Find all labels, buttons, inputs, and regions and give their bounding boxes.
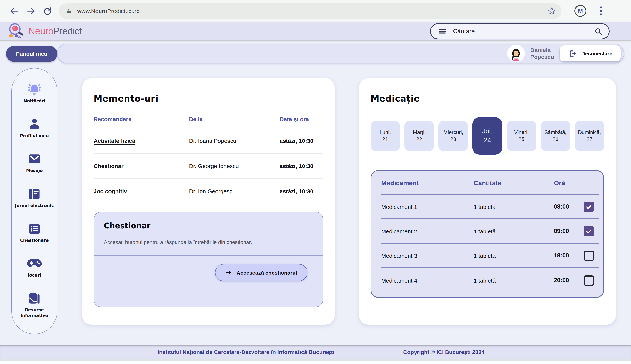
medication-quantity: 1 tabletă (474, 252, 554, 259)
medication-time: 20:00 (554, 277, 584, 284)
medication-name: Medicament 4 (381, 277, 474, 284)
screenshot-stage: www.NeuroPredict.ici.ro M NeuroPredict C… (0, 0, 631, 364)
user-avatar[interactable] (508, 45, 525, 62)
url-bar[interactable]: www.NeuroPredict.ici.ro (59, 3, 562, 18)
logout-button[interactable]: Deconectare (560, 46, 621, 62)
sidebar-item-journal[interactable]: Jurnal electronic (14, 186, 54, 208)
sidebar-item-notifications[interactable]: Notificări (14, 82, 54, 104)
resources-icon (27, 291, 42, 306)
medication-time: 19:00 (554, 252, 584, 259)
day-pill-wednesday[interactable]: Miercuri,23 (439, 121, 468, 151)
hamburger-menu-icon[interactable] (438, 27, 447, 36)
page-footer: Institutul Național de Cercetare-Dezvolt… (0, 345, 631, 359)
search-icon[interactable] (594, 27, 603, 36)
sidebar-label: Profilul meu (20, 133, 49, 139)
sidebar-nav: Notificări Profilul meu Mesaje Jurnal el… (12, 68, 57, 334)
user-name: Daniela Popescu (530, 46, 554, 60)
reminder-from: Dr. George Ionescu (189, 163, 280, 169)
back-icon[interactable] (9, 6, 19, 16)
medication-time: 08:00 (554, 203, 584, 210)
sidebar-item-messages[interactable]: Mesaje (14, 152, 54, 174)
questionnaire-description: Accesați butonul pentru a răspunde la în… (104, 240, 313, 245)
access-questionnaire-button[interactable]: Accesează chestionarul (215, 264, 308, 281)
reminder-from: Dr. Ioana Popescu (189, 138, 280, 144)
search-input[interactable]: Căutare (453, 28, 588, 35)
day-pill-sunday[interactable]: Duminică,27 (575, 121, 604, 151)
app-header: NeuroPredict Căutare (0, 22, 631, 41)
column-quantity: Cantitate (474, 180, 554, 187)
forward-icon[interactable] (26, 6, 36, 16)
table-row: Activitate fizică Dr. Ioana Popescu astă… (94, 128, 323, 154)
day-pill-friday[interactable]: Vineri,25 (507, 121, 536, 151)
reminder-from: Dr. Ion Georgescu (189, 188, 280, 194)
brand-name: NeuroPredict (28, 26, 82, 36)
table-row: Medicament 3 1 tabletă 19:00 (381, 244, 599, 268)
sidebar-item-questionnaires[interactable]: Chestionare (14, 222, 54, 244)
search-bar[interactable]: Căutare (430, 23, 610, 39)
neuropredict-app: www.NeuroPredict.ici.ro M NeuroPredict C… (0, 0, 631, 364)
column-medicament: Medicament (381, 180, 474, 187)
reload-icon[interactable] (43, 6, 52, 16)
access-questionnaire-label: Accesează chestionarul (236, 270, 297, 276)
medication-table: Medicament Cantitate Oră Medicament 1 1 … (370, 170, 604, 298)
brand-logo: NeuroPredict (7, 22, 82, 40)
questionnaire-card: Chestionar Accesați butonul pentru a răs… (94, 212, 323, 307)
lock-icon (66, 8, 72, 14)
reminders-table-header: Recomandare De la Data și ora (94, 116, 323, 122)
medication-name: Medicament 2 (381, 228, 474, 234)
reminder-link[interactable]: Activitate fizică (94, 138, 135, 144)
day-pill-thursday[interactable]: Joi,24 (473, 117, 502, 155)
medication-taken-checkbox[interactable] (584, 226, 594, 236)
envelope-icon (27, 152, 42, 166)
sidebar-label: Chestionare (20, 238, 48, 244)
medication-taken-checkbox[interactable] (584, 250, 594, 261)
day-pill-saturday[interactable]: Sâmbătă,26 (541, 121, 570, 151)
logout-icon (568, 49, 577, 58)
bookmark-star-icon[interactable] (547, 6, 556, 15)
column-datetime: Data și ora (280, 116, 323, 122)
medication-quantity: 1 tabletă (474, 277, 554, 284)
sidebar-item-resources[interactable]: Resurse informative (14, 291, 54, 318)
user-topbar: Daniela Popescu Deconectare (57, 44, 624, 64)
medication-card: Medicație Luni,21 Marți,22 Miercuri,23 J… (359, 78, 616, 325)
medication-name: Medicament 3 (381, 252, 474, 259)
url-text: www.NeuroPredict.ici.ro (77, 8, 543, 14)
medication-quantity: 1 tabletă (474, 228, 554, 234)
divider (94, 255, 323, 256)
table-row: Joc cognitiv Dr. Ion Georgescu astăzi, 1… (94, 179, 323, 204)
column-recommendation: Recomandare (94, 116, 189, 122)
day-pill-monday[interactable]: Luni,21 (370, 121, 400, 151)
sidebar-label: Mesaje (26, 168, 42, 174)
day-pill-tuesday[interactable]: Marți,22 (404, 121, 434, 151)
arrow-right-icon (226, 269, 232, 276)
reminder-link[interactable]: Chestionar (94, 163, 124, 169)
reminder-link[interactable]: Joc cognitiv (94, 188, 127, 194)
medication-name: Medicament 1 (381, 204, 474, 210)
journal-icon (27, 186, 42, 201)
browser-profile-avatar[interactable]: M (574, 5, 586, 17)
sidebar-label: Jurnal electronic (15, 203, 54, 208)
medication-time: 09:00 (554, 228, 584, 234)
column-time: Oră (554, 180, 584, 187)
reminder-datetime: astăzi, 10:30 (280, 163, 323, 169)
browser-menu-icon[interactable] (598, 5, 604, 17)
reminder-datetime: astăzi, 10:30 (280, 188, 323, 194)
medication-title: Medicație (370, 94, 604, 104)
reminders-card: Memento-uri Recomandare De la Data și or… (82, 78, 334, 325)
logout-label: Deconectare (581, 50, 612, 56)
table-row: Medicament 1 1 tabletă 08:00 (381, 195, 599, 219)
questionnaire-title: Chestionar (104, 221, 313, 230)
medication-taken-checkbox[interactable] (584, 202, 594, 212)
person-icon (27, 117, 42, 132)
sidebar-item-profile[interactable]: Profilul meu (14, 117, 54, 139)
footer-strip (0, 359, 631, 361)
medication-taken-checkbox[interactable] (584, 275, 594, 286)
table-row: Medicament 4 1 tabletă 20:00 (381, 268, 599, 292)
tab-dashboard[interactable]: Panoul meu (6, 46, 57, 62)
gamepad-icon (26, 256, 43, 271)
sidebar-label: Jocuri (28, 273, 41, 278)
footer-institution: Institutul Național de Cercetare-Dezvolt… (158, 349, 334, 355)
sidebar-label: Notificări (24, 98, 45, 104)
column-from: De la (189, 116, 280, 122)
sidebar-item-games[interactable]: Jocuri (14, 256, 54, 278)
